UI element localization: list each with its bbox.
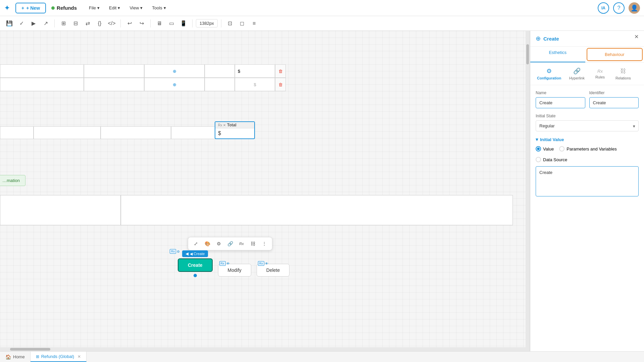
initial-value-section[interactable]: ▾ Initial Value (536, 137, 639, 142)
initial-state-group: Initial State Regular Disabled Hidden ▾ (536, 114, 639, 131)
cell-2-5-dollar[interactable]: $ (235, 78, 275, 91)
toolbar: 💾 ✓ ▶ ↗ ⊞ ⊟ ⇄ {} </> ↩ ↪ 🖥 ▭ 📱 1382px ⊡ … (0, 16, 644, 31)
check-button[interactable]: ✓ (16, 18, 27, 29)
mobile-view-button[interactable]: 📱 (178, 18, 189, 29)
relations-icon: ⛓ (620, 68, 626, 75)
cell-3-1[interactable] (0, 126, 34, 139)
tablet-view-button[interactable]: ▭ (166, 18, 177, 29)
menu-tools[interactable]: Tools ▾ (148, 3, 170, 12)
tab-esthetics[interactable]: Esthetics (530, 47, 585, 62)
textarea-right[interactable] (121, 195, 513, 225)
menu-view[interactable]: View ▾ (125, 3, 147, 12)
radio-datasource-label: Data Source (543, 157, 567, 162)
identifier-input[interactable] (589, 97, 639, 108)
redo-button[interactable]: ↪ (136, 18, 147, 29)
align-button[interactable]: ≡ (249, 18, 260, 29)
cell-2-4[interactable] (205, 78, 235, 91)
eye-icon-modify: 👁 (226, 262, 230, 265)
initial-state-select-wrapper: Regular Disabled Hidden ▾ (536, 120, 639, 131)
scroll-thumb-h[interactable] (10, 348, 50, 351)
name-input[interactable] (536, 97, 585, 108)
textarea-row (0, 195, 513, 225)
canvas-area[interactable]: ⊕ $ 🗑 ⊕ $ 🗑 Rx ✕ (0, 31, 530, 351)
cell-1-3[interactable]: ⊕ (144, 64, 205, 78)
radio-params[interactable]: Parameters and Variables (559, 146, 616, 152)
cell-2-1[interactable] (0, 78, 84, 91)
canvas-buttons-area: Rx ⚙ ◀ ◀ Create Create Rx 👁 Modify (178, 250, 289, 277)
subtab-hyperlink[interactable]: 🔗 Hyperlink (567, 66, 587, 81)
relations-label: Relations (615, 76, 631, 80)
tab-behaviour[interactable]: Behaviour (587, 48, 643, 61)
tab-icon: ⊞ (36, 354, 39, 359)
cell-2-3[interactable]: ⊕ (144, 78, 205, 91)
info-text: …mation (2, 178, 20, 183)
cell-2-del[interactable]: 🗑 (275, 78, 286, 91)
radio-datasource-circle (536, 157, 541, 162)
user-avatar[interactable]: 👤 (629, 2, 640, 14)
cell-1-4[interactable] (205, 64, 235, 78)
canvas-scrollbar-v[interactable] (526, 31, 530, 351)
logo-icon[interactable]: ✦ (4, 4, 10, 12)
layers-button[interactable]: ⊟ (70, 18, 81, 29)
cell-3-4[interactable] (171, 126, 221, 139)
subtab-configuration[interactable]: ⚙ Configuration (534, 66, 564, 81)
subtab-relations[interactable]: ⛓ Relations (613, 66, 634, 81)
connector-bottom-create (194, 274, 197, 277)
initial-value-title: Initial Value (540, 137, 564, 142)
textarea-left[interactable] (0, 195, 121, 225)
panel-close-btn[interactable]: ✕ (634, 34, 639, 40)
layout-button[interactable]: ⊡ (225, 18, 235, 29)
radio-value[interactable]: Value (536, 146, 554, 152)
float-link-btn[interactable]: 🔗 (225, 239, 235, 249)
tab-close-btn[interactable]: ✕ (77, 354, 81, 359)
canvas-scrollbar-h[interactable] (0, 347, 526, 351)
window-button[interactable]: ◻ (237, 18, 248, 29)
cell-1-2[interactable] (84, 64, 144, 78)
menu-bar: File ▾ Edit ▾ View ▾ Tools ▾ (85, 3, 170, 12)
gear-icon-left: ⚙ (177, 250, 180, 253)
undo-button[interactable]: ↩ (124, 18, 135, 29)
desktop-view-button[interactable]: 🖥 (154, 18, 165, 29)
value-textarea[interactable]: Create (536, 166, 639, 196)
ia-button[interactable]: IA (598, 2, 609, 14)
float-chain-btn[interactable]: ⛓ (248, 239, 258, 249)
nav-button[interactable]: ⇄ (82, 18, 93, 29)
radio-value-circle (536, 146, 541, 152)
initial-state-select[interactable]: Regular Disabled Hidden (536, 120, 639, 131)
cell-3-2[interactable] (34, 126, 101, 139)
app-title-text: Refunds (57, 5, 77, 11)
help-button[interactable]: ? (613, 2, 625, 14)
cell-2-2[interactable] (84, 78, 144, 91)
export-button[interactable]: ↗ (40, 18, 51, 29)
menu-edit[interactable]: Edit ▾ (105, 3, 124, 12)
scroll-thumb-v[interactable] (526, 44, 529, 64)
new-button[interactable]: + + New (15, 3, 46, 13)
float-rx-btn[interactable]: Rx (236, 239, 247, 249)
cell-1-1[interactable] (0, 64, 84, 78)
components-button[interactable]: ⊞ (58, 18, 69, 29)
menu-file[interactable]: File ▾ (85, 3, 104, 12)
float-palette-btn[interactable]: 🎨 (202, 239, 212, 249)
save-button[interactable]: 💾 (4, 18, 15, 29)
home-tab[interactable]: 🏠 Home (0, 352, 31, 362)
refunds-tab[interactable]: ⊞ Refunds (Global) ✕ (31, 352, 87, 362)
rx-icon-modify: Rx (219, 261, 226, 266)
float-toolbar: ⤢ 🎨 ⚙ 🔗 Rx ⛓ ⋮ (188, 237, 272, 250)
code-button[interactable]: </> (106, 18, 117, 29)
create-button[interactable]: Create (178, 258, 213, 272)
cell-1-5-dollar[interactable]: $ (235, 64, 275, 78)
cell-3-3[interactable] (101, 126, 171, 139)
panel-header: ⊕ Create (530, 31, 644, 47)
subtab-rules[interactable]: Rx Rules (590, 67, 610, 80)
float-move-btn[interactable]: ⤢ (191, 239, 201, 249)
radio-datasource[interactable]: Data Source (536, 157, 567, 162)
cell-1-del[interactable]: 🗑 (275, 64, 286, 78)
identifier-field-col: Identifier (589, 90, 639, 108)
curly-button[interactable]: {} (94, 18, 105, 29)
run-button[interactable]: ▶ (28, 18, 39, 29)
sep4 (192, 19, 193, 27)
sep3 (150, 19, 151, 27)
float-dots-btn[interactable]: ⋮ (259, 239, 269, 249)
form-row-3 (0, 126, 221, 139)
float-gear-btn[interactable]: ⚙ (214, 239, 224, 249)
